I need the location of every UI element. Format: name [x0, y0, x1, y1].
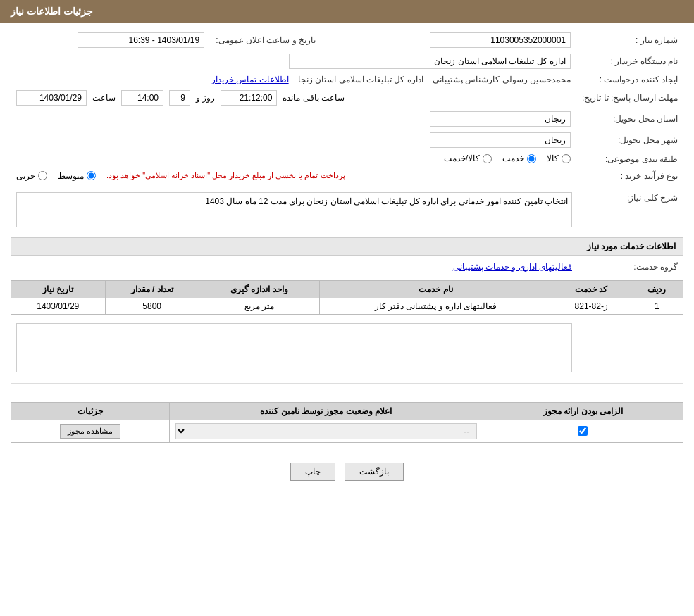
permits-col-status: اعلام وضعیت مجوز توسط نامین کننده	[169, 402, 483, 420]
need-desc-label: شرح کلی نیاز:	[578, 189, 683, 230]
announce-date-label: تاریخ و ساعت اعلان عمومی:	[210, 30, 321, 51]
col-row: ردیف	[631, 280, 683, 298]
city-label: شهر محل تحویل:	[576, 130, 683, 151]
need-number-label: شماره نیاز :	[576, 30, 683, 51]
radio-jozvi-input[interactable]	[38, 171, 47, 180]
permits-row: -- مشاهده مجوز	[11, 420, 683, 442]
deadline-remaining-value: 21:12:00	[221, 90, 277, 106]
back-button[interactable]: بازگشت	[345, 463, 404, 481]
row-date: 1403/01/29	[11, 298, 106, 314]
buyer-notes-textarea[interactable]	[16, 323, 572, 372]
col-date: تاریخ نیاز	[11, 280, 106, 298]
radio-jozvi[interactable]: جزیی	[16, 171, 47, 181]
page-header: جزئیات اطلاعات نیاز	[0, 0, 694, 23]
permits-section	[11, 383, 683, 396]
col-qty: تعداد / مقدار	[105, 280, 199, 298]
row-service-name: فعالیتهای اداره و پشتیبانی دفتر کار	[319, 298, 552, 314]
radio-kala-label: کالا	[547, 153, 559, 163]
row-num: 1	[631, 298, 683, 314]
need-number-value: 1103005352000001	[430, 32, 571, 48]
permits-required-cell	[483, 420, 683, 442]
row-qty: 5800	[105, 298, 199, 314]
service-group-value[interactable]: فعالیتهای اداری و خدمات پشتیبانی	[453, 262, 572, 272]
services-data-table: ردیف کد خدمت نام خدمت واحد اندازه گیری ت…	[11, 280, 683, 315]
radio-kala-khadamat-label: کالا/خدمت	[444, 153, 480, 163]
radio-kala-khadamat-input[interactable]	[483, 154, 492, 163]
row-unit: متر مربع	[199, 298, 319, 314]
deadline-days-value: 9	[169, 90, 190, 106]
col-unit: واحد اندازه گیری	[199, 280, 319, 298]
permits-col-required: الزامی بودن ارائه مجوز	[483, 402, 683, 420]
buyer-org-label: نام دستگاه خریدار :	[576, 51, 683, 72]
main-info-table: شماره نیاز : 1103005352000001 تاریخ و سا…	[11, 30, 683, 184]
category-label: طبقه بندی موضوعی:	[576, 151, 683, 168]
permits-table: الزامی بودن ارائه مجوز اعلام وضعیت مجوز …	[11, 402, 683, 443]
deadline-time-value: 14:00	[121, 90, 163, 106]
col-code: کد خدمت	[552, 280, 631, 298]
permits-status-cell: --	[169, 420, 483, 442]
radio-kala-khadamat[interactable]: کالا/خدمت	[444, 153, 492, 163]
requester-org: اداره کل تبلیغات اسلامی استان زنجا	[298, 75, 423, 84]
view-permit-button[interactable]: مشاهده مجوز	[60, 424, 120, 439]
buyer-notes-table	[11, 320, 683, 377]
requester-name: محمدحسین رسولی کارشناس پشتیبانی	[433, 75, 571, 84]
radio-mottaset-input[interactable]	[87, 171, 96, 180]
buyer-org-value: اداره کل تبلیغات اسلامی استان زنجان	[289, 54, 571, 69]
permits-col-details: جزئیات	[11, 402, 170, 420]
print-button[interactable]: چاپ	[290, 463, 335, 481]
radio-kala-input[interactable]	[562, 154, 571, 163]
deadline-label: مهلت ارسال پاسخ: تا تاریخ:	[576, 87, 683, 108]
radio-khadamat[interactable]: خدمت	[502, 153, 536, 163]
row-code: ز-82-821	[552, 298, 631, 314]
radio-jozvi-label: جزیی	[16, 171, 35, 181]
province-label: استان محل تحویل:	[576, 108, 683, 130]
service-group-table: گروه خدمت: فعالیتهای اداری و خدمات پشتیب…	[11, 259, 683, 275]
city-value: زنجان	[430, 132, 571, 148]
remaining-label: ساعت باقی مانده	[283, 93, 345, 103]
radio-kala[interactable]: کالا	[547, 153, 571, 163]
radio-khadamat-label: خدمت	[502, 153, 524, 163]
radio-mottaset-label: متوسط	[58, 171, 84, 181]
need-desc-value: انتخاب تامین کننده امور خدماتی برای ادار…	[16, 192, 572, 227]
requester-label: ایجاد کننده درخواست :	[576, 72, 683, 87]
requester-contact-link[interactable]: اطلاعات تماس خریدار	[211, 75, 289, 84]
permits-section-link[interactable]	[11, 389, 683, 396]
buyer-notes-label	[578, 320, 683, 377]
page-title: جزئیات اطلاعات نیاز	[11, 6, 93, 17]
permits-details-cell: مشاهده مجوز	[11, 420, 170, 442]
need-desc-section: شرح کلی نیاز: انتخاب تامین کننده امور خد…	[11, 189, 683, 230]
purchase-notice: پرداخت تمام یا بخشی از مبلغ خریدار محل "…	[106, 171, 345, 180]
announce-date-value: 1403/01/19 - 16:39	[78, 32, 204, 48]
col-name: نام خدمت	[319, 280, 552, 298]
services-section-title: اطلاعات خدمات مورد نیاز	[11, 237, 683, 256]
days-label: روز و	[196, 93, 215, 103]
province-value: زنجان	[430, 111, 571, 127]
radio-mottaset[interactable]: متوسط	[58, 171, 96, 181]
deadline-date-value: 1403/01/29	[16, 90, 87, 106]
time-label: ساعت	[92, 93, 116, 103]
footer-buttons: بازگشت چاپ	[11, 448, 683, 495]
radio-khadamat-input[interactable]	[527, 154, 536, 163]
table-row: 1 ز-82-821 فعالیتهای اداره و پشتیبانی دف…	[11, 298, 683, 314]
permits-status-select[interactable]: --	[175, 423, 477, 439]
service-group-label: گروه خدمت:	[578, 259, 683, 275]
purchase-type-label: نوع فرآیند خرید :	[576, 168, 683, 184]
permits-required-checkbox[interactable]	[578, 426, 588, 436]
